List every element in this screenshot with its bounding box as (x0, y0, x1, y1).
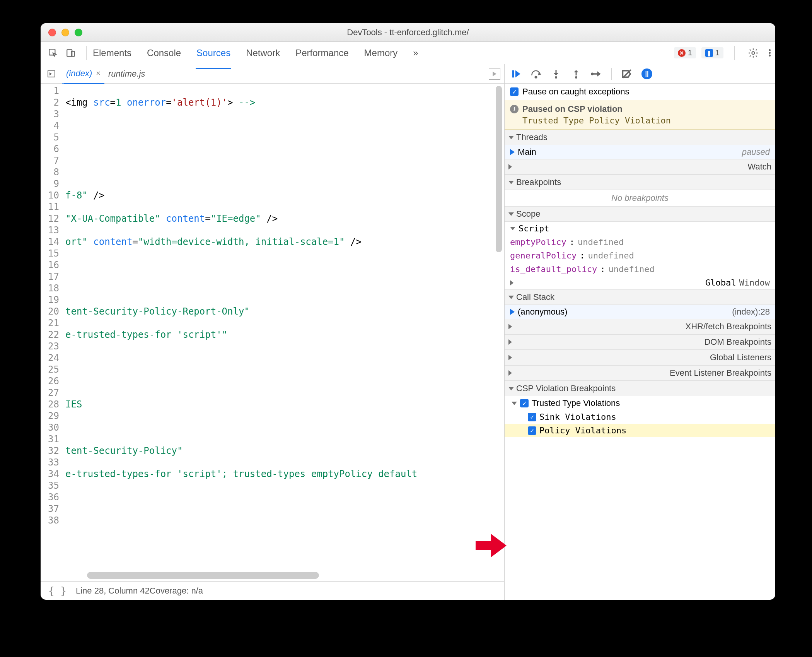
horizontal-scrollbar[interactable] (87, 572, 319, 579)
thread-main-row[interactable]: Main paused (505, 145, 775, 159)
pause-on-caught-row[interactable]: ✓ Pause on caught exceptions (505, 84, 775, 100)
settings-button[interactable] (745, 45, 761, 61)
svg-rect-0 (49, 49, 55, 55)
checkbox-checked-icon[interactable]: ✓ (528, 413, 536, 421)
pretty-print-icon[interactable]: { } (48, 585, 67, 597)
device-toolbar-icon[interactable] (63, 45, 78, 61)
svg-point-8 (575, 76, 577, 79)
divider (86, 46, 87, 60)
scope-var-row[interactable]: is_default_policy: undefined (505, 262, 775, 276)
section-csp-breakpoints[interactable]: CSP Violation Breakpoints (505, 381, 775, 396)
svg-point-9 (591, 72, 594, 75)
section-scope[interactable]: Scope (505, 206, 775, 222)
csp-item-label: Sink Violations (539, 412, 616, 422)
info-icon: i (510, 105, 519, 113)
divider (611, 68, 612, 80)
pause-banner-title: Paused on CSP violation (522, 104, 623, 114)
scope-global-row[interactable]: GlobalWindow (505, 276, 775, 289)
checkbox-checked-icon[interactable]: ✓ (510, 87, 519, 96)
editor-statusbar: { } Line 28, Column 42 Coverage: n/a (41, 581, 504, 600)
inspect-element-icon[interactable] (45, 45, 61, 61)
deactivate-breakpoints-button[interactable] (620, 67, 633, 80)
toolbar-right: ✕ 1 ❚ 1 (674, 45, 771, 61)
pause-on-caught-label: Pause on caught exceptions (522, 87, 629, 97)
csp-item-label: Policy Violations (539, 426, 626, 435)
svg-point-6 (535, 75, 537, 78)
issues-counter[interactable]: ❚ 1 (701, 47, 723, 58)
step-button[interactable] (590, 67, 603, 80)
scope-script-row[interactable]: Script (505, 222, 775, 235)
pause-banner: i Paused on CSP violation Trusted Type P… (505, 100, 775, 130)
step-into-button[interactable] (549, 67, 563, 80)
error-icon: ✕ (678, 49, 686, 57)
run-snippet-icon[interactable] (489, 68, 500, 80)
current-frame-icon (510, 309, 515, 315)
current-thread-icon (510, 149, 515, 155)
section-callstack[interactable]: Call Stack (505, 289, 775, 305)
vertical-scrollbar[interactable] (496, 86, 502, 252)
annotation-arrow-icon (476, 534, 507, 557)
divider (734, 46, 735, 60)
navigator-toggle-icon[interactable] (44, 67, 58, 81)
source-pane: (index) × runtime.js 123456789 101112131… (41, 64, 505, 600)
error-counter[interactable]: ✕ 1 (674, 47, 696, 58)
window-title: DevTools - tt-enforced.glitch.me/ (41, 27, 775, 38)
csp-trusted-type-row[interactable]: ✓ Trusted Type Violations (505, 396, 775, 410)
close-tab-icon[interactable]: × (96, 69, 101, 78)
checkbox-checked-icon[interactable]: ✓ (520, 399, 529, 407)
file-tab-label: (index) (66, 68, 92, 79)
debugger-pane: || ✓ Pause on caught exceptions i Paused… (505, 64, 775, 600)
tab-performance[interactable]: Performance (295, 42, 349, 64)
main-toolbar: Elements Console Sources Network Perform… (41, 42, 775, 64)
devtools-window: DevTools - tt-enforced.glitch.me/ Elemen… (41, 23, 775, 600)
step-out-button[interactable] (570, 67, 583, 80)
thread-state: paused (742, 147, 770, 157)
content-area: (index) × runtime.js 123456789 101112131… (41, 64, 775, 600)
frame-location: (index):28 (732, 307, 770, 317)
issues-count: 1 (715, 48, 720, 57)
section-breakpoints[interactable]: Breakpoints (505, 175, 775, 190)
checkbox-checked-icon[interactable]: ✓ (528, 426, 536, 435)
section-threads[interactable]: Threads (505, 130, 775, 145)
tab-network[interactable]: Network (245, 42, 281, 64)
section-dom-breakpoints[interactable]: DOM Breakpoints (505, 334, 775, 350)
titlebar: DevTools - tt-enforced.glitch.me/ (41, 23, 775, 42)
more-options-button[interactable] (769, 49, 771, 56)
file-tabs-bar: (index) × runtime.js (41, 64, 504, 84)
pause-banner-subtitle: Trusted Type Policy Violation (510, 116, 770, 125)
error-count: 1 (688, 48, 692, 57)
tab-elements[interactable]: Elements (92, 42, 132, 64)
pause-on-exceptions-button[interactable]: || (640, 67, 653, 80)
no-breakpoints-label: No breakpoints (505, 190, 775, 206)
code-editor[interactable]: 123456789 1011121314151617 1819202122232… (41, 84, 504, 581)
tab-console[interactable]: Console (146, 42, 182, 64)
more-tabs-button[interactable]: » (412, 42, 419, 64)
resume-button[interactable] (509, 67, 522, 80)
svg-rect-5 (512, 70, 514, 77)
csp-item-label: Trusted Type Violations (532, 398, 620, 408)
scope-var-row[interactable]: emptyPolicy: undefined (505, 235, 775, 249)
panel-tabs: Elements Console Sources Network Perform… (92, 42, 419, 64)
csp-sink-row[interactable]: ✓ Sink Violations (505, 410, 775, 424)
section-watch[interactable]: Watch (505, 159, 775, 175)
cursor-position: Line 28, Column 42 (76, 586, 150, 596)
svg-point-3 (752, 51, 755, 54)
thread-name: Main (518, 147, 536, 157)
svg-point-7 (555, 76, 557, 79)
tab-memory[interactable]: Memory (363, 42, 399, 64)
section-global-listeners[interactable]: Global Listeners (505, 350, 775, 365)
issue-icon: ❚ (705, 49, 713, 57)
section-event-breakpoints[interactable]: Event Listener Breakpoints (505, 365, 775, 381)
debugger-toolbar: || (505, 64, 775, 84)
callstack-frame-row[interactable]: (anonymous) (index):28 (505, 305, 775, 319)
file-tab-index[interactable]: (index) × (62, 64, 104, 84)
coverage-status: Coverage: n/a (150, 586, 496, 596)
csp-policy-row[interactable]: ✓ Policy Violations (505, 424, 775, 437)
step-over-button[interactable] (529, 67, 542, 80)
file-tab-runtime[interactable]: runtime.js (104, 64, 149, 83)
scope-var-row[interactable]: generalPolicy: undefined (505, 249, 775, 262)
code-body: <img src=1 onerror='alert(1)'> --> f-8" … (64, 84, 504, 581)
frame-name: (anonymous) (518, 307, 567, 317)
section-xhr-breakpoints[interactable]: XHR/fetch Breakpoints (505, 319, 775, 334)
file-tab-label: runtime.js (108, 69, 145, 79)
